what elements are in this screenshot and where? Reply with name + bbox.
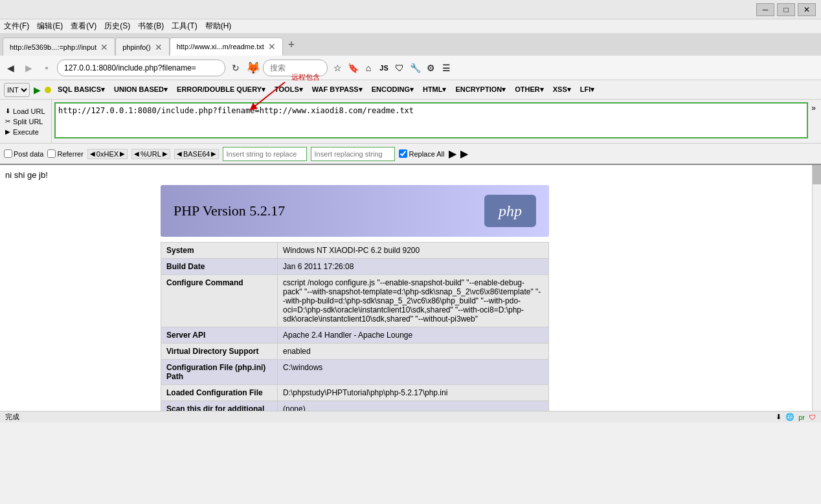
table-row: Build Date Jan 6 2011 17:26:08 (161, 259, 549, 275)
tab-2[interactable]: http://www.xi...m/readme.txt ✕ (170, 38, 283, 56)
hackbar-menu-other[interactable]: OTHER▾ (512, 84, 546, 95)
home-icon[interactable]: ⌂ (361, 61, 376, 75)
window-controls[interactable]: ─ □ ✕ (756, 3, 816, 16)
php-logo: php (484, 195, 536, 227)
status-bar: 完成 ⬇ 🌐 pr 🛡 (0, 411, 821, 422)
table-value: C:\windows (278, 360, 549, 385)
url-right-arrow: ▶ (163, 150, 168, 157)
load-url-icon: ⬇ (5, 107, 10, 115)
execute-button[interactable]: ▶ Execute (4, 127, 47, 137)
hackbar: INT ▶ SQL BASICS▾ UNION BASED▾ ERROR/DOU… (0, 80, 821, 165)
insert-string-input[interactable] (223, 147, 307, 161)
hackbar-menu-waf[interactable]: WAF BYPASS▾ (309, 84, 365, 95)
menu-file[interactable]: 文件(F) (4, 21, 29, 32)
hackbar-menu-error[interactable]: ERROR/DOUBLE QUERY▾ (174, 84, 268, 95)
hackbar-top-row: INT ▶ SQL BASICS▾ UNION BASED▾ ERROR/DOU… (0, 80, 821, 100)
urlenc-button[interactable]: ◀ %URL ▶ (131, 149, 170, 159)
hackbar-menu-encoding[interactable]: ENCODING▾ (369, 84, 416, 95)
table-key: Configure Command (161, 275, 278, 327)
split-url-button[interactable]: ✂ Split URL (4, 117, 47, 126)
hackbar-menu-union[interactable]: UNION BASED▾ (111, 84, 170, 95)
post-data-label: Post data (14, 150, 43, 158)
addon2-icon[interactable]: 🔧 (408, 61, 422, 75)
table-row: Scan this dir for additional .ini files … (161, 401, 549, 411)
security-icon: 🛡 (809, 413, 816, 421)
tab-0-close[interactable]: ✕ (100, 42, 108, 52)
search-input[interactable] (263, 60, 328, 76)
scrollbar-thumb[interactable] (813, 165, 821, 184)
hackbar-menu-tools[interactable]: TOOLS▾ (272, 84, 306, 95)
minimize-button[interactable]: ─ (756, 3, 774, 16)
addon3-icon[interactable]: ⚙ (423, 61, 438, 75)
table-key: Scan this dir for additional .ini files (161, 401, 278, 411)
download-icon[interactable]: ⬇ (776, 413, 782, 421)
base64-label: BASE64 (183, 150, 210, 158)
split-url-icon: ✂ (5, 118, 10, 125)
address-input[interactable] (57, 60, 225, 76)
back-button[interactable]: ◀ (3, 60, 18, 76)
bookmark-icon[interactable]: 🔖 (346, 61, 360, 75)
network-icon: 🌐 (785, 413, 794, 421)
hackbar-type-select[interactable]: INT (4, 83, 30, 97)
addon1-icon[interactable]: 🛡 (392, 61, 407, 75)
table-value: cscript /nologo configure.js "--enable-s… (278, 275, 549, 327)
menu-history[interactable]: 历史(S) (104, 21, 130, 32)
hackbar-bottom-row: Post data Referrer ◀ 0xHEX ▶ ◀ %URL ▶ ◀ … (0, 143, 821, 164)
menu-edit[interactable]: 编辑(E) (37, 21, 63, 32)
referrer-checkbox[interactable] (47, 149, 56, 158)
hackbar-url-textarea[interactable]: http://127.0.0.1:8080/include.php?filena… (54, 102, 808, 138)
menu-bookmarks[interactable]: 书签(B) (138, 21, 164, 32)
load-url-button[interactable]: ⬇ Load URL (4, 107, 47, 116)
replace-all-group: Replace All (399, 149, 444, 158)
base64-right-arrow: ▶ (211, 150, 216, 157)
replace-all-checkbox[interactable] (399, 149, 407, 158)
tab-0-label: http://e5369b...:=php://input (10, 43, 96, 51)
php-header: PHP Version 5.2.17 php (161, 185, 549, 237)
hackbar-go-icon[interactable]: ▶ (34, 85, 41, 95)
vertical-scrollbar[interactable] (812, 165, 821, 411)
replace-arrow2: ▶ (460, 148, 468, 160)
status-text: 完成 (5, 412, 19, 422)
forward-button[interactable]: ▶ (21, 60, 36, 76)
insert-replacing-input[interactable] (311, 147, 395, 161)
hackbar-menu-xss[interactable]: XSS▾ (550, 84, 574, 95)
tab-1-close[interactable]: ✕ (155, 42, 163, 52)
replace-all-label: Replace All (409, 150, 444, 158)
post-data-group: Post data (4, 149, 43, 158)
tab-1-label: phpinfo() (122, 43, 150, 51)
new-tab-button[interactable]: + (283, 38, 300, 52)
hackbar-menu-lfi[interactable]: LFI▾ (578, 84, 598, 95)
pr-icon: pr (798, 413, 805, 421)
maximize-button[interactable]: □ (777, 3, 795, 16)
menu-icon[interactable]: ☰ (439, 61, 453, 75)
execute-label: Execute (13, 128, 39, 136)
address-bar: ◀ ▶ ● ↻ 🦊 ☆ 🔖 ⌂ JS 🛡 🔧 ⚙ ☰ (0, 56, 821, 80)
title-bar: ─ □ ✕ (0, 0, 821, 19)
page-content: ni shi ge jb! PHP Version 5.2.17 php Sys… (0, 165, 812, 411)
menu-help[interactable]: 帮助(H) (205, 21, 232, 32)
load-url-label: Load URL (13, 107, 45, 115)
php-logo-text: php (499, 203, 522, 220)
tab-2-close[interactable]: ✕ (268, 41, 276, 52)
hackbar-scroll-right[interactable]: » (811, 104, 816, 113)
tab-0[interactable]: http://e5369b...:=php://input ✕ (3, 38, 115, 56)
menu-view[interactable]: 查看(V) (71, 21, 96, 32)
close-button[interactable]: ✕ (798, 3, 816, 16)
star-icon[interactable]: ☆ (330, 61, 344, 75)
hackbar-menu-encryption[interactable]: ENCRYPTION▾ (453, 84, 509, 95)
menu-tools[interactable]: 工具(T) (172, 21, 197, 32)
0xhex-button[interactable]: ◀ 0xHEX ▶ (87, 149, 128, 159)
post-data-checkbox[interactable] (4, 149, 12, 158)
table-key: System (161, 243, 278, 259)
home-circle: ● (39, 60, 54, 76)
phpinfo-container: PHP Version 5.2.17 php System Windows NT… (161, 185, 807, 411)
hackbar-menu-sql[interactable]: SQL BASICS▾ (55, 84, 107, 95)
hackbar-left-buttons: ⬇ Load URL ✂ Split URL ▶ Execute (0, 100, 52, 143)
tab-1[interactable]: phpinfo() ✕ (115, 38, 169, 56)
js-icon[interactable]: JS (377, 61, 391, 75)
base64-button[interactable]: ◀ BASE64 ▶ (174, 149, 219, 159)
reload-button[interactable]: ↻ (228, 60, 243, 76)
table-key: Loaded Configuration File (161, 385, 278, 401)
table-row: Configuration File (php.ini) Path C:\win… (161, 360, 549, 385)
hackbar-menu-html[interactable]: HTML▾ (420, 84, 449, 95)
